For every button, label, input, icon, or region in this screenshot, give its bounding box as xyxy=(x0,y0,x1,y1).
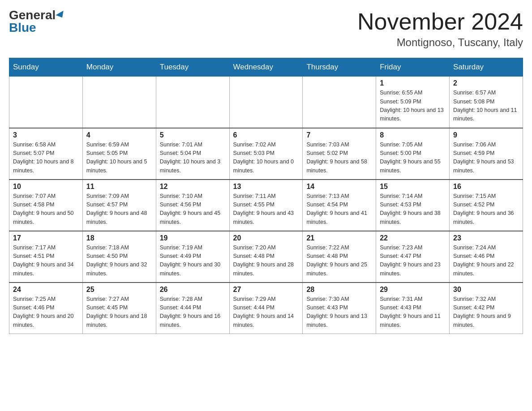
table-row: 13Sunrise: 7:11 AMSunset: 4:55 PMDayligh… xyxy=(229,180,303,231)
day-info: Sunrise: 7:27 AMSunset: 4:45 PMDaylight:… xyxy=(86,295,152,330)
day-info: Sunrise: 6:57 AMSunset: 5:08 PMDaylight:… xyxy=(453,89,519,124)
day-number: 21 xyxy=(306,234,372,242)
day-number: 26 xyxy=(160,286,226,294)
title-section: November 2024 Montignoso, Tuscany, Italy xyxy=(357,9,523,49)
day-info: Sunrise: 7:03 AMSunset: 5:02 PMDaylight:… xyxy=(306,141,372,176)
table-row: 2Sunrise: 6:57 AMSunset: 5:08 PMDaylight… xyxy=(450,77,523,128)
day-info: Sunrise: 7:01 AMSunset: 5:04 PMDaylight:… xyxy=(160,141,226,176)
day-number: 5 xyxy=(160,131,226,139)
table-row: 12Sunrise: 7:10 AMSunset: 4:56 PMDayligh… xyxy=(156,180,229,231)
day-info: Sunrise: 6:58 AMSunset: 5:07 PMDaylight:… xyxy=(13,141,79,176)
day-info: Sunrise: 7:10 AMSunset: 4:56 PMDaylight:… xyxy=(160,192,226,227)
day-number: 29 xyxy=(380,286,446,294)
day-number: 8 xyxy=(380,131,446,139)
col-wednesday: Wednesday xyxy=(229,58,303,77)
day-number: 23 xyxy=(453,234,519,242)
table-row: 22Sunrise: 7:23 AMSunset: 4:47 PMDayligh… xyxy=(376,231,450,283)
logo-arrow-icon xyxy=(56,11,66,20)
col-tuesday: Tuesday xyxy=(156,58,229,77)
day-number: 22 xyxy=(380,234,446,242)
day-info: Sunrise: 7:32 AMSunset: 4:42 PMDaylight:… xyxy=(453,295,519,330)
day-number: 3 xyxy=(13,131,79,139)
day-info: Sunrise: 6:55 AMSunset: 5:09 PMDaylight:… xyxy=(380,89,446,124)
day-info: Sunrise: 7:06 AMSunset: 4:59 PMDaylight:… xyxy=(453,141,519,176)
table-row: 24Sunrise: 7:25 AMSunset: 4:46 PMDayligh… xyxy=(9,283,83,334)
table-row: 1Sunrise: 6:55 AMSunset: 5:09 PMDaylight… xyxy=(376,77,450,128)
table-row: 19Sunrise: 7:19 AMSunset: 4:49 PMDayligh… xyxy=(156,231,229,283)
col-monday: Monday xyxy=(82,58,156,77)
table-row: 25Sunrise: 7:27 AMSunset: 4:45 PMDayligh… xyxy=(82,283,156,334)
day-number: 13 xyxy=(233,183,299,191)
day-number: 27 xyxy=(233,286,299,294)
day-number: 12 xyxy=(160,183,226,191)
day-number: 1 xyxy=(380,79,446,87)
col-friday: Friday xyxy=(376,58,450,77)
calendar-table: Sunday Monday Tuesday Wednesday Thursday… xyxy=(9,58,523,334)
table-row xyxy=(9,77,83,128)
day-number: 7 xyxy=(306,131,372,139)
table-row: 23Sunrise: 7:24 AMSunset: 4:46 PMDayligh… xyxy=(450,231,523,283)
table-row: 29Sunrise: 7:31 AMSunset: 4:43 PMDayligh… xyxy=(376,283,450,334)
day-info: Sunrise: 7:29 AMSunset: 4:44 PMDaylight:… xyxy=(233,295,299,330)
day-info: Sunrise: 7:25 AMSunset: 4:46 PMDaylight:… xyxy=(13,295,79,330)
day-info: Sunrise: 7:28 AMSunset: 4:44 PMDaylight:… xyxy=(160,295,226,330)
day-number: 25 xyxy=(86,286,152,294)
month-title: November 2024 xyxy=(357,9,523,34)
day-info: Sunrise: 7:18 AMSunset: 4:50 PMDaylight:… xyxy=(86,244,152,278)
day-number: 20 xyxy=(233,234,299,242)
table-row: 7Sunrise: 7:03 AMSunset: 5:02 PMDaylight… xyxy=(303,128,376,180)
day-number: 24 xyxy=(13,286,79,294)
table-row: 30Sunrise: 7:32 AMSunset: 4:42 PMDayligh… xyxy=(450,283,523,334)
table-row: 8Sunrise: 7:05 AMSunset: 5:00 PMDaylight… xyxy=(376,128,450,180)
day-info: Sunrise: 7:31 AMSunset: 4:43 PMDaylight:… xyxy=(380,295,446,330)
table-row: 26Sunrise: 7:28 AMSunset: 4:44 PMDayligh… xyxy=(156,283,229,334)
day-number: 9 xyxy=(453,131,519,139)
day-number: 4 xyxy=(86,131,152,139)
table-row: 20Sunrise: 7:20 AMSunset: 4:48 PMDayligh… xyxy=(229,231,303,283)
day-info: Sunrise: 7:22 AMSunset: 4:48 PMDaylight:… xyxy=(306,244,372,278)
table-row xyxy=(303,77,376,128)
table-row: 17Sunrise: 7:17 AMSunset: 4:51 PMDayligh… xyxy=(9,231,83,283)
day-number: 18 xyxy=(86,234,152,242)
day-info: Sunrise: 7:17 AMSunset: 4:51 PMDaylight:… xyxy=(13,244,79,278)
day-info: Sunrise: 7:13 AMSunset: 4:54 PMDaylight:… xyxy=(306,192,372,227)
day-info: Sunrise: 7:30 AMSunset: 4:43 PMDaylight:… xyxy=(306,295,372,330)
col-saturday: Saturday xyxy=(450,58,523,77)
day-number: 30 xyxy=(453,286,519,294)
day-info: Sunrise: 7:14 AMSunset: 4:53 PMDaylight:… xyxy=(380,192,446,227)
day-number: 15 xyxy=(380,183,446,191)
table-row: 11Sunrise: 7:09 AMSunset: 4:57 PMDayligh… xyxy=(82,180,156,231)
table-row: 15Sunrise: 7:14 AMSunset: 4:53 PMDayligh… xyxy=(376,180,450,231)
day-number: 28 xyxy=(306,286,372,294)
day-info: Sunrise: 7:19 AMSunset: 4:49 PMDaylight:… xyxy=(160,244,226,278)
day-info: Sunrise: 6:59 AMSunset: 5:05 PMDaylight:… xyxy=(86,141,152,176)
table-row: 16Sunrise: 7:15 AMSunset: 4:52 PMDayligh… xyxy=(450,180,523,231)
table-row: 9Sunrise: 7:06 AMSunset: 4:59 PMDaylight… xyxy=(450,128,523,180)
day-info: Sunrise: 7:09 AMSunset: 4:57 PMDaylight:… xyxy=(86,192,152,227)
day-number: 19 xyxy=(160,234,226,242)
day-info: Sunrise: 7:24 AMSunset: 4:46 PMDaylight:… xyxy=(453,244,519,278)
table-row xyxy=(82,77,156,128)
day-number: 11 xyxy=(86,183,152,191)
calendar-header-row: Sunday Monday Tuesday Wednesday Thursday… xyxy=(9,58,523,77)
table-row: 18Sunrise: 7:18 AMSunset: 4:50 PMDayligh… xyxy=(82,231,156,283)
day-info: Sunrise: 7:07 AMSunset: 4:58 PMDaylight:… xyxy=(13,192,79,227)
logo: General Blue xyxy=(9,9,65,34)
day-number: 17 xyxy=(13,234,79,242)
page-header: General Blue November 2024 Montignoso, T… xyxy=(9,9,523,49)
day-info: Sunrise: 7:23 AMSunset: 4:47 PMDaylight:… xyxy=(380,244,446,278)
logo-blue-text: Blue xyxy=(9,21,36,34)
table-row xyxy=(229,77,303,128)
table-row: 27Sunrise: 7:29 AMSunset: 4:44 PMDayligh… xyxy=(229,283,303,334)
table-row: 6Sunrise: 7:02 AMSunset: 5:03 PMDaylight… xyxy=(229,128,303,180)
day-info: Sunrise: 7:05 AMSunset: 5:00 PMDaylight:… xyxy=(380,141,446,176)
day-number: 2 xyxy=(453,79,519,87)
day-number: 6 xyxy=(233,131,299,139)
table-row: 10Sunrise: 7:07 AMSunset: 4:58 PMDayligh… xyxy=(9,180,83,231)
day-number: 14 xyxy=(306,183,372,191)
day-info: Sunrise: 7:15 AMSunset: 4:52 PMDaylight:… xyxy=(453,192,519,227)
table-row: 4Sunrise: 6:59 AMSunset: 5:05 PMDaylight… xyxy=(82,128,156,180)
location-text: Montignoso, Tuscany, Italy xyxy=(357,36,523,49)
logo-general-text: General xyxy=(9,9,56,21)
table-row: 5Sunrise: 7:01 AMSunset: 5:04 PMDaylight… xyxy=(156,128,229,180)
